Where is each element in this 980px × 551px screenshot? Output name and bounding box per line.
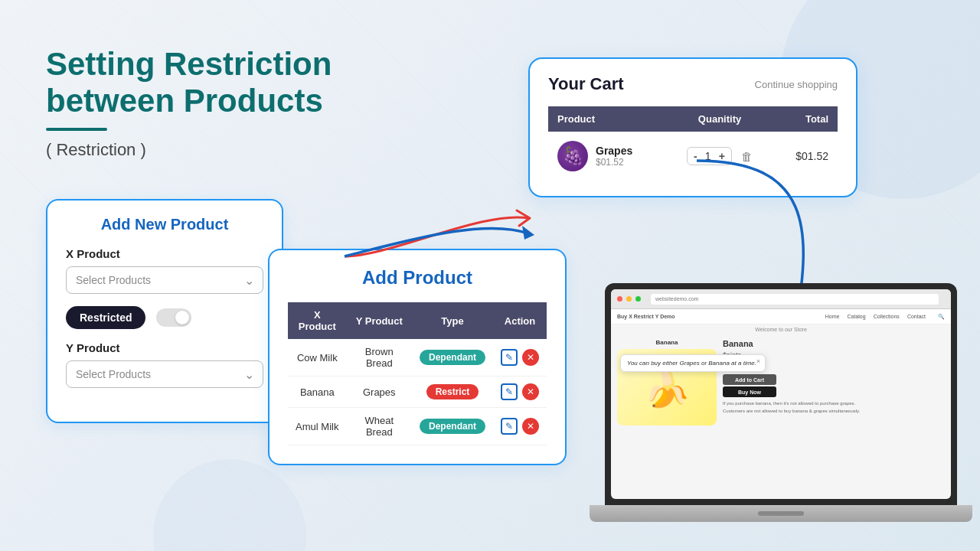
welcome-text: Welcome to our Store [611, 324, 951, 334]
edit-button[interactable]: ✎ [501, 418, 518, 435]
cell-x: Banana [288, 377, 347, 408]
add-new-product-card: Add New Product X Product Select Product… [46, 199, 283, 423]
bg-decoration-2 [153, 459, 306, 551]
add-product-title: Add Product [288, 267, 547, 289]
cart-col-total: Total [773, 106, 838, 132]
cell-x: Cow Milk [288, 339, 347, 377]
store-popup: × You can buy either Grapes or Banana at… [620, 354, 766, 372]
cart-table: Product Quanitity Total 🍇 Grapes $01.52 [548, 106, 838, 181]
cell-action: ✎ ✕ [493, 408, 547, 445]
laptop-screen-inner: websitedemo.com Buy X Restrict Y Demo Ho… [611, 289, 951, 499]
nav-home[interactable]: Home [825, 314, 840, 319]
hero-subtitle: ( Restriction ) [46, 140, 337, 160]
buy-now-button[interactable]: Buy Now [723, 386, 776, 397]
product-table: X Product Y Product Type Action Cow Milk… [288, 302, 547, 445]
delete-button[interactable]: ✕ [522, 418, 539, 435]
add-new-product-title: Add New Product [66, 216, 263, 233]
grape-icon: 🍇 [557, 141, 588, 171]
browser-url-bar[interactable]: websitedemo.com [651, 294, 939, 305]
store-note-2: Customers are not allowed to buy banana … [723, 408, 945, 414]
laptop-mockup: websitedemo.com Buy X Restrict Y Demo Ho… [590, 283, 972, 551]
cell-y: Grapes [347, 377, 412, 408]
cart-title: Your Cart [548, 74, 624, 94]
nav-catalog[interactable]: Catalog [847, 314, 865, 319]
product-price: $01.52 [596, 157, 632, 168]
cell-type: Dependant [412, 408, 493, 445]
y-product-select[interactable]: Select Products [66, 360, 263, 388]
store-left: Banana 🍌 × You can buy either Grapes or … [617, 339, 717, 425]
cart-product-cell: 🍇 Grapes $01.52 [548, 132, 667, 181]
continue-shopping[interactable]: Continue shopping [755, 79, 838, 90]
qty-plus-button[interactable]: + [719, 150, 725, 162]
col-action: Action [493, 302, 547, 339]
hero-title: Setting Restriction between Products [46, 46, 337, 120]
cart-col-quantity: Quanitity [667, 106, 773, 132]
x-product-label: X Product [66, 247, 263, 260]
delete-button[interactable]: ✕ [522, 383, 539, 400]
type-badge-dependant: Dependant [420, 350, 485, 365]
browser-dot-green [635, 296, 641, 302]
table-row: Amul Milk Wheat Bread Dependant ✎ ✕ [288, 408, 547, 445]
x-product-select[interactable]: Select Products [66, 266, 263, 294]
svg-marker-0 [522, 226, 534, 240]
browser-dot-yellow [626, 296, 632, 302]
restricted-toggle[interactable] [156, 308, 191, 327]
y-product-select-wrapper[interactable]: Select Products [66, 360, 263, 388]
restricted-toggle-row: Restricted [66, 306, 263, 329]
store-note-1: If you purchase banana, then it's not al… [723, 400, 945, 406]
cart-row: 🍇 Grapes $01.52 - 1 + 🗑 [548, 132, 838, 181]
add-to-cart-button[interactable]: Add to Cart [723, 374, 776, 385]
nav-contact[interactable]: Contact [907, 314, 926, 319]
url-text: websitedemo.com [655, 296, 698, 302]
product-header: Banana [617, 339, 717, 346]
y-product-label: Y Product [66, 341, 263, 354]
browser-dot-red [617, 296, 622, 302]
cell-y: Wheat Bread [347, 408, 412, 445]
table-row: Banana Grapes Restrict ✎ ✕ [288, 377, 547, 408]
popup-text: You can buy either Grapes or Banana at a… [627, 360, 756, 367]
cell-type: Dependant [412, 339, 493, 377]
qty-minus-button[interactable]: - [694, 150, 697, 162]
cell-action: ✎ ✕ [493, 377, 547, 408]
x-product-select-wrapper[interactable]: Select Products [66, 266, 263, 294]
cell-action: ✎ ✕ [493, 339, 547, 377]
browser-chrome: websitedemo.com [611, 289, 951, 309]
laptop-screen-outer: websitedemo.com Buy X Restrict Y Demo Ho… [605, 283, 957, 505]
cart-card: Your Cart Continue shopping Product Quan… [528, 57, 858, 197]
store-product-title: Banana [723, 339, 945, 348]
popup-close-button[interactable]: × [756, 357, 760, 365]
add-product-card: Add Product X Product Y Product Type Act… [268, 249, 567, 465]
hero-section: Setting Restriction between Products ( R… [46, 46, 337, 160]
delete-button[interactable]: ✕ [522, 349, 539, 366]
cart-header: Your Cart Continue shopping [548, 74, 838, 94]
col-type: Type [412, 302, 493, 339]
restricted-label: Restricted [66, 306, 145, 329]
quantity-control: - 1 + [687, 147, 732, 165]
search-icon[interactable]: 🔍 [938, 314, 945, 320]
store-content: Banana 🍌 × You can buy either Grapes or … [611, 334, 951, 430]
col-y-product: Y Product [347, 302, 412, 339]
type-badge-restrict: Restrict [426, 384, 479, 399]
cart-quantity-cell: - 1 + 🗑 [667, 132, 773, 181]
qty-value: 1 [702, 150, 714, 162]
laptop-base [590, 505, 972, 522]
store-right-panel: Banana $pints - 1 + Add to Cart Buy Now … [723, 339, 945, 425]
trash-icon[interactable]: 🗑 [741, 150, 753, 163]
cart-col-product: Product [548, 106, 667, 132]
cell-x: Amul Milk [288, 408, 347, 445]
edit-button[interactable]: ✎ [501, 349, 518, 366]
type-badge-dependant: Dependant [420, 419, 485, 434]
cart-total-cell: $01.52 [773, 132, 838, 181]
cart-item-total: $01.52 [795, 150, 828, 162]
col-x-product: X Product [288, 302, 347, 339]
edit-button[interactable]: ✎ [501, 383, 518, 400]
product-name: Grapes [596, 145, 632, 157]
nav-collections[interactable]: Collections [874, 314, 900, 319]
cell-y: Brown Bread [347, 339, 412, 377]
cell-type: Restrict [412, 377, 493, 408]
table-row: Cow Milk Brown Bread Dependant ✎ ✕ [288, 339, 547, 377]
store-brand: Buy X Restrict Y Demo [617, 314, 675, 319]
hero-underline [46, 128, 107, 131]
store-nav: Buy X Restrict Y Demo Home Catalog Colle… [611, 309, 951, 324]
